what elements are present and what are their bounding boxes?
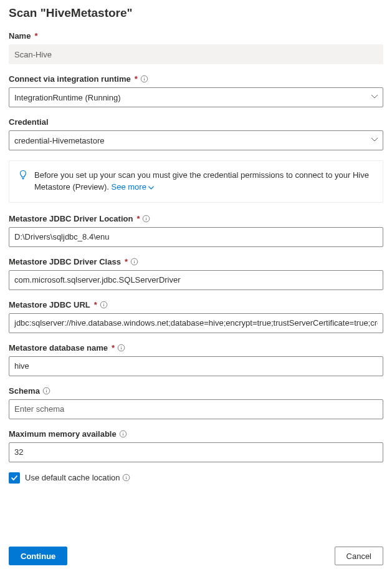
required-asterisk: *	[112, 343, 115, 353]
driver-class-input[interactable]	[9, 270, 383, 290]
cancel-button[interactable]: Cancel	[335, 547, 383, 565]
credential-select[interactable]	[9, 130, 383, 150]
driver-class-label: Metastore JDBC Driver Class*	[9, 257, 383, 266]
field-credential: Credential	[9, 117, 383, 150]
field-max-memory: Maximum memory available	[9, 429, 383, 462]
field-driver-class: Metastore JDBC Driver Class*	[9, 257, 383, 290]
see-more-link[interactable]: See more	[112, 182, 155, 193]
info-icon[interactable]	[140, 75, 148, 83]
chevron-down-icon	[148, 184, 155, 191]
page-title: Scan "HiveMetastore"	[9, 6, 383, 20]
db-name-input[interactable]	[9, 356, 383, 376]
cache-checkbox-label: Use default cache location	[25, 473, 130, 482]
name-label: Name*	[9, 31, 383, 41]
jdbc-url-label: Metastore JDBC URL*	[9, 300, 383, 309]
footer: Continue Cancel	[0, 540, 392, 574]
name-input[interactable]	[9, 44, 383, 64]
db-name-label: Metastore database name*	[9, 343, 383, 353]
continue-button[interactable]: Continue	[9, 547, 67, 565]
info-icon[interactable]	[142, 215, 150, 223]
permissions-callout: Before you set up your scan you must giv…	[9, 160, 383, 203]
svg-point-25	[126, 476, 127, 477]
required-asterisk: *	[94, 300, 97, 309]
info-icon[interactable]	[100, 301, 108, 309]
check-icon	[11, 474, 18, 482]
max-memory-label: Maximum memory available	[9, 429, 383, 439]
required-asterisk: *	[136, 214, 140, 223]
svg-point-2	[144, 77, 145, 78]
jdbc-url-input[interactable]	[9, 313, 383, 333]
max-memory-input[interactable]	[9, 442, 383, 462]
field-name: Name*	[9, 31, 383, 64]
field-driver-location: Metastore JDBC Driver Location*	[9, 214, 383, 247]
schema-input[interactable]	[9, 399, 383, 419]
info-icon[interactable]	[42, 387, 50, 395]
svg-point-7	[146, 216, 146, 217]
field-runtime: Connect via integration runtime*	[9, 74, 383, 107]
info-icon[interactable]	[119, 430, 127, 438]
svg-point-16	[121, 346, 122, 346]
callout-text: Before you set up your scan you must giv…	[34, 170, 373, 193]
info-icon[interactable]	[130, 258, 138, 266]
field-db-name: Metastore database name*	[9, 343, 383, 376]
driver-location-label: Metastore JDBC Driver Location*	[9, 214, 383, 223]
runtime-select[interactable]	[9, 87, 383, 107]
cache-checkbox-row: Use default cache location	[9, 472, 383, 484]
required-asterisk: *	[34, 31, 37, 41]
svg-point-19	[46, 389, 47, 389]
info-icon[interactable]	[122, 474, 130, 482]
schema-label: Schema	[9, 386, 383, 396]
driver-location-input[interactable]	[9, 227, 383, 247]
svg-point-10	[134, 260, 135, 260]
svg-point-13	[103, 303, 104, 303]
lightbulb-icon	[18, 170, 28, 193]
info-icon[interactable]	[117, 344, 125, 352]
field-schema: Schema	[9, 386, 383, 419]
credential-label: Credential	[9, 117, 383, 127]
field-jdbc-url: Metastore JDBC URL*	[9, 300, 383, 333]
runtime-label: Connect via integration runtime*	[9, 74, 383, 84]
svg-point-22	[123, 432, 123, 432]
required-asterisk: *	[135, 74, 138, 84]
required-asterisk: *	[125, 257, 128, 266]
cache-checkbox[interactable]	[9, 472, 20, 484]
